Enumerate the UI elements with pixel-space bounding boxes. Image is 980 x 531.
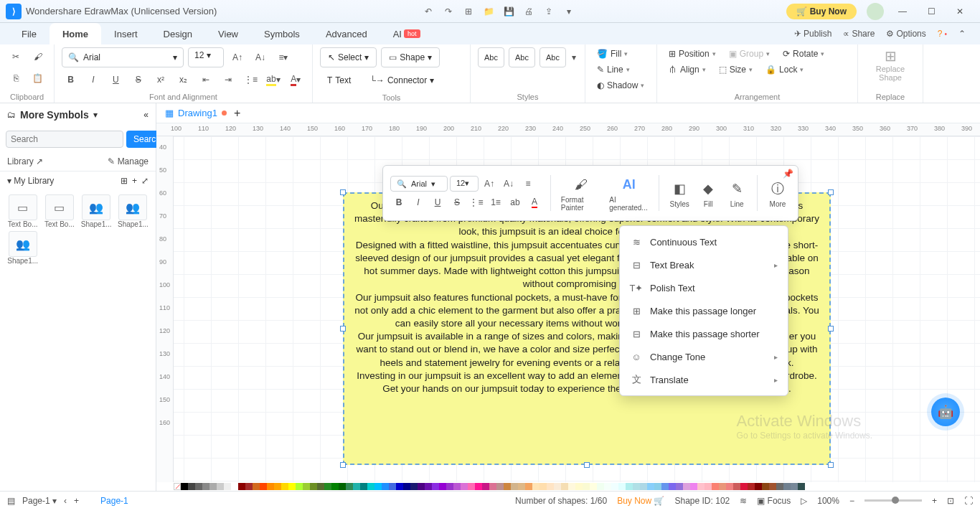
select-tool[interactable]: ↖ Select ▾ <box>320 47 377 67</box>
ctx-polish-text[interactable]: T✦Polish Text <box>620 276 788 299</box>
handle-bc[interactable] <box>584 462 590 468</box>
copy-button[interactable]: ⎘ <box>7 69 25 88</box>
color-swatch[interactable] <box>511 483 518 490</box>
ft-font[interactable]: 🔍 Arial ▾ <box>390 176 448 192</box>
ft-dec-font[interactable]: A↓ <box>500 175 517 192</box>
style-more[interactable]: ▾ <box>570 48 578 67</box>
color-swatch[interactable] <box>712 483 719 490</box>
group-menu[interactable]: ▣ Group▾ <box>725 47 774 60</box>
layers-icon[interactable]: ≋ <box>740 496 747 506</box>
status-buy-now[interactable]: Buy Now 🛒 <box>617 496 664 506</box>
color-swatch[interactable] <box>253 483 260 490</box>
color-swatch[interactable] <box>504 483 511 490</box>
color-swatch[interactable] <box>432 483 439 490</box>
page-tab-1[interactable]: Page-1 <box>100 496 128 506</box>
ctx-continuous-text[interactable]: ≋Continuous Text <box>620 230 788 253</box>
highlight[interactable]: ab▾ <box>264 70 282 89</box>
publish-button[interactable]: ✈ Publish <box>794 29 831 39</box>
ft-size[interactable]: 12▾ <box>450 176 479 192</box>
zoom-slider[interactable] <box>864 499 922 502</box>
color-swatch[interactable] <box>618 483 626 490</box>
tab-view[interactable]: View <box>205 23 251 44</box>
lib-expand-icon[interactable]: ⤢ <box>141 176 149 186</box>
shape-item-1[interactable]: ▭Text Bo... <box>42 194 76 228</box>
ctx-make-this-passage-shorter[interactable]: ⊟Make this passage shorter <box>620 322 788 345</box>
collapse-panel[interactable]: « <box>143 110 149 120</box>
prev-page[interactable]: ‹ <box>64 496 67 506</box>
fit-page-icon[interactable]: ⊡ <box>947 496 954 506</box>
handle-br[interactable] <box>828 462 834 468</box>
color-swatch[interactable] <box>453 483 461 490</box>
color-swatch[interactable] <box>346 483 353 490</box>
undo-button[interactable]: ↶ <box>418 1 438 22</box>
color-swatch[interactable] <box>769 483 776 490</box>
size-menu[interactable]: ⬚ Size▾ <box>715 63 757 76</box>
ft-strike[interactable]: S <box>448 194 466 211</box>
color-swatch[interactable] <box>296 483 303 490</box>
ft-bold[interactable]: B <box>390 194 407 211</box>
color-swatch[interactable] <box>303 483 310 490</box>
color-swatch[interactable] <box>245 483 253 490</box>
ctx-change-tone[interactable]: ☺Change Tone▸ <box>620 345 788 368</box>
color-swatch[interactable] <box>726 483 733 490</box>
text-tool[interactable]: T Text <box>320 70 358 90</box>
color-swatch[interactable] <box>360 483 367 490</box>
ft-underline[interactable]: U <box>429 194 446 211</box>
color-swatch[interactable] <box>353 483 360 490</box>
zoom-out[interactable]: − <box>849 496 854 506</box>
color-swatch[interactable] <box>217 483 224 490</box>
color-swatch[interactable] <box>489 483 496 490</box>
color-swatch[interactable] <box>374 483 382 490</box>
manage-link[interactable]: ✎ Manage <box>108 156 149 166</box>
library-link[interactable]: Library ↗ <box>7 156 43 166</box>
color-swatch[interactable] <box>575 483 583 490</box>
more-symbols[interactable]: More Symbols <box>20 109 89 121</box>
subscript[interactable]: x₂ <box>174 70 192 89</box>
color-swatch[interactable] <box>238 483 245 490</box>
color-swatch[interactable] <box>583 483 590 490</box>
ft-align[interactable]: ≡ <box>519 175 537 192</box>
fill-menu[interactable]: 🪣 Fill▾ <box>593 47 632 60</box>
color-swatch[interactable] <box>267 483 274 490</box>
color-swatch[interactable] <box>733 483 740 490</box>
ft-format-painter[interactable]: 🖌Format Painter <box>558 174 603 212</box>
share-button[interactable]: ∝ Share <box>843 29 875 39</box>
ft-inc-font[interactable]: A↑ <box>481 175 498 192</box>
color-swatch[interactable] <box>669 483 676 490</box>
add-page[interactable]: + <box>74 496 79 506</box>
shape-item-4[interactable]: 👥Shape1... <box>6 231 39 265</box>
qat-more[interactable]: ▾ <box>559 1 579 22</box>
color-swatch[interactable] <box>525 483 532 490</box>
color-swatch[interactable] <box>475 483 482 490</box>
color-swatch[interactable] <box>260 483 267 490</box>
color-swatch[interactable] <box>389 483 396 490</box>
position-menu[interactable]: ⊞ Position▾ <box>664 47 720 60</box>
color-swatch[interactable] <box>626 483 633 490</box>
shape-item-3[interactable]: 👥Shape1... <box>116 194 150 228</box>
font-color[interactable]: A▾ <box>287 70 305 89</box>
color-swatch[interactable] <box>633 483 640 490</box>
ft-pin-icon[interactable]: 📌 <box>783 169 793 179</box>
handle-mr[interactable] <box>828 326 834 332</box>
ctx-make-this-passage-longer[interactable]: ⊞Make this passage longer <box>620 299 788 322</box>
cut-button[interactable]: ✂ <box>7 47 25 66</box>
color-swatch[interactable] <box>410 483 418 490</box>
color-swatch[interactable] <box>202 483 209 490</box>
color-swatch[interactable] <box>611 483 618 490</box>
underline-button[interactable]: U <box>107 70 125 89</box>
color-swatch[interactable] <box>496 483 504 490</box>
page-selector[interactable]: Page-1 ▾ <box>22 496 57 506</box>
tab-symbols[interactable]: Symbols <box>251 23 313 44</box>
maximize-button[interactable]: ☐ <box>917 1 946 22</box>
color-swatch[interactable] <box>762 483 769 490</box>
mylib-toggle[interactable]: ▾ My Library <box>7 176 54 186</box>
redo-button[interactable]: ↷ <box>438 1 458 22</box>
color-swatch[interactable] <box>331 483 339 490</box>
tab-advanced[interactable]: Advanced <box>313 23 380 44</box>
format-brush[interactable]: 🖌 <box>29 47 47 66</box>
color-swatch[interactable] <box>554 483 561 490</box>
ft-italic[interactable]: I <box>410 194 427 211</box>
color-swatch[interactable] <box>288 483 296 490</box>
lib-add-icon[interactable]: + <box>132 176 137 186</box>
style-preset-3[interactable]: Abc <box>540 47 566 67</box>
